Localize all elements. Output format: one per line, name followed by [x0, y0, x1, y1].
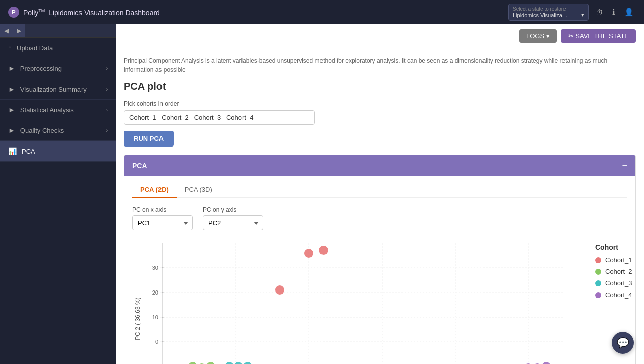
header-left: P PollyTM Lipidomics Visualization Dashb…: [8, 7, 160, 18]
sidebar-item-pca[interactable]: 📊 PCA: [0, 141, 116, 162]
sidebar-label-visualization: Visualization Summary: [20, 86, 87, 93]
app-logo: P: [8, 7, 19, 18]
history-icon-button[interactable]: ⏱: [594, 6, 605, 19]
legend-label-cohort2: Cohort_2: [605, 268, 632, 275]
legend-item-cohort3: Cohort_3: [595, 279, 636, 287]
chevron-icon4: ›: [106, 128, 108, 133]
legend-item-cohort1: Cohort_1: [595, 256, 636, 264]
chat-button[interactable]: 💬: [612, 332, 634, 354]
legend-dot-cohort4: [595, 292, 601, 298]
sidebar-item-preprocessing[interactable]: ► Preprocessing ›: [0, 58, 116, 79]
save-label: ✂ SAVE THE STATE: [568, 32, 629, 40]
data-point: [243, 362, 252, 364]
chevron-icon: ›: [106, 66, 108, 71]
cohort-picker: Pick cohorts in order: [124, 100, 636, 125]
sidebar-label-quality: Quality Checks: [20, 127, 64, 134]
pca-chart-svg: PC 2 ( 36.63 %) 0: [132, 238, 585, 364]
sidebar-item-quality-checks[interactable]: ► Quality Checks ›: [0, 120, 116, 141]
pca-panel-body: PCA (2D) PCA (3D) PC on x axis PC1 PC2: [124, 176, 635, 364]
sidebar-toggle-right[interactable]: ▶: [13, 24, 25, 37]
data-point: [275, 285, 284, 295]
tab-3d-label: PCA (3D): [185, 186, 212, 193]
sidebar-label-upload: Upload Data: [17, 44, 53, 52]
pca-tabs: PCA (2D) PCA (3D): [132, 182, 627, 198]
svg-text:PC 2 ( 36.63 %): PC 2 ( 36.63 %): [134, 297, 141, 340]
state-value-text: Lipidomics Visualiza...: [513, 12, 567, 18]
chevron-icon3: ›: [106, 107, 108, 113]
state-label: Select a state to restore: [513, 6, 584, 12]
legend-label-cohort4: Cohort_4: [605, 291, 632, 299]
svg-text:0: 0: [155, 339, 158, 345]
run-pca-button[interactable]: RUN PCA: [124, 131, 174, 147]
pca-panel-title: PCA: [132, 162, 147, 170]
top-bar: LOGS ▾ ✂ SAVE THE STATE: [116, 24, 644, 48]
legend-label-cohort3: Cohort_3: [605, 279, 632, 287]
x-axis-group: PC on x axis PC1 PC2 PC3: [132, 206, 193, 230]
preprocessing-icon: ►: [8, 64, 15, 72]
chevron-icon2: ›: [106, 87, 108, 92]
user-icon-button[interactable]: 👤: [622, 6, 636, 19]
sidebar: ◀ ▶ ↑ Upload Data ► Preprocessing › ► Vi…: [0, 24, 116, 364]
tab-2d-label: PCA (2D): [140, 186, 169, 193]
legend-item-cohort4: Cohort_4: [595, 291, 636, 299]
sidebar-label-statistical: Statistical Analysis: [20, 106, 74, 114]
header-right: Select a state to restore Lipidomics Vis…: [508, 4, 636, 21]
sidebar-label-pca: PCA: [22, 148, 35, 155]
chart-wrapper: PC 2 ( 36.63 %) 0: [132, 238, 627, 364]
save-state-button[interactable]: ✂ SAVE THE STATE: [561, 29, 636, 43]
pca-icon: 📊: [8, 147, 17, 155]
chart-area: PC 2 ( 36.63 %) 0: [132, 238, 585, 364]
layout: ◀ ▶ ↑ Upload Data ► Preprocessing › ► Vi…: [0, 24, 644, 364]
svg-text:20: 20: [152, 289, 158, 296]
x-axis-label: PC on x axis: [132, 206, 193, 213]
data-point: [188, 362, 197, 364]
app-title: PollyTM Lipidomics Visualization Dashboa…: [23, 8, 160, 17]
svg-text:30: 30: [152, 265, 158, 271]
state-value: Lipidomics Visualiza... ▾: [513, 12, 584, 18]
sidebar-toggle-left[interactable]: ◀: [0, 24, 13, 37]
description-text: Principal Component Analysis is a latent…: [124, 56, 636, 75]
sidebar-item-visualization-summary[interactable]: ► Visualization Summary ›: [0, 79, 116, 100]
tab-pca-3d[interactable]: PCA (3D): [177, 182, 220, 198]
chat-icon: 💬: [617, 337, 629, 349]
legend-dot-cohort1: [595, 257, 601, 263]
state-selector[interactable]: Select a state to restore Lipidomics Vis…: [508, 4, 589, 21]
pca-panel: PCA − PCA (2D) PCA (3D): [124, 155, 636, 364]
legend-item-cohort2: Cohort_2: [595, 268, 636, 275]
legend-title: Cohort: [595, 243, 636, 251]
legend-dot-cohort2: [595, 269, 601, 275]
collapse-icon: −: [622, 160, 627, 170]
data-point: [319, 246, 328, 255]
statistical-icon: ►: [8, 106, 15, 114]
run-pca-label: RUN PCA: [134, 135, 164, 142]
y-axis-label: PC on y axis: [203, 206, 263, 213]
pick-cohorts-label: Pick cohorts in order: [124, 100, 636, 107]
main-content: LOGS ▾ ✂ SAVE THE STATE Principal Compon…: [116, 24, 644, 364]
title-sup: TM: [38, 8, 45, 13]
upload-icon: ↑: [8, 44, 12, 52]
header: P PollyTM Lipidomics Visualization Dashb…: [0, 0, 644, 24]
sidebar-toggle: ◀ ▶: [0, 24, 116, 38]
sidebar-label-preprocessing: Preprocessing: [20, 65, 62, 72]
cohort-input-field[interactable]: [124, 110, 315, 125]
x-axis-select[interactable]: PC1 PC2 PC3: [132, 215, 193, 230]
quality-icon: ►: [8, 126, 15, 134]
y-axis-select[interactable]: PC1 PC2 PC3: [203, 215, 263, 230]
sidebar-item-upload-data[interactable]: ↑ Upload Data: [0, 38, 116, 58]
logs-button[interactable]: LOGS ▾: [519, 29, 557, 43]
collapse-button[interactable]: −: [622, 160, 627, 171]
info-icon-button[interactable]: ℹ: [610, 6, 617, 19]
pca-panel-header: PCA −: [124, 155, 635, 176]
sidebar-item-statistical-analysis[interactable]: ► Statistical Analysis ›: [0, 100, 116, 120]
logs-label: LOGS ▾: [526, 32, 550, 40]
tab-pca-2d[interactable]: PCA (2D): [132, 182, 177, 198]
chevron-down-icon: ▾: [581, 12, 584, 18]
legend-dot-cohort3: [595, 280, 601, 286]
pca-plot-title: PCA plot: [124, 81, 636, 92]
svg-text:10: 10: [152, 314, 158, 320]
axis-selectors: PC on x axis PC1 PC2 PC3 PC on y axis PC…: [132, 206, 627, 230]
data-point: [225, 362, 234, 364]
visualization-icon: ►: [8, 85, 15, 93]
data-point: [304, 249, 313, 258]
subtitle-text: Lipidomics Visualization Dashboard: [49, 8, 160, 16]
